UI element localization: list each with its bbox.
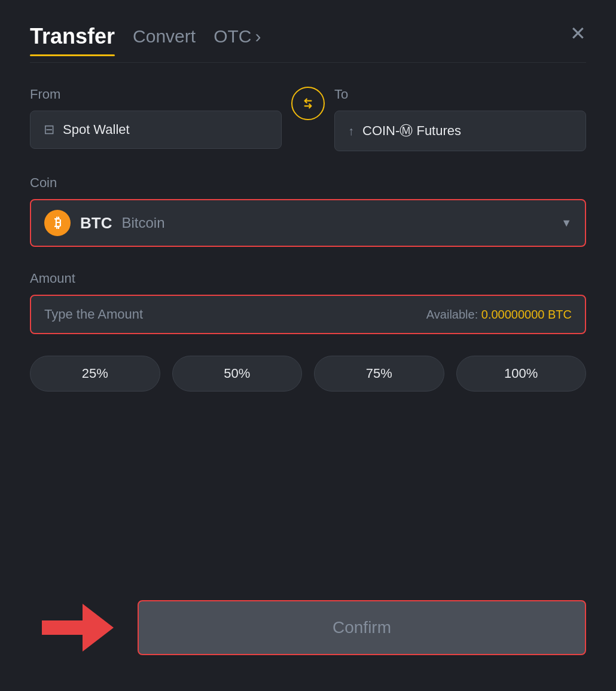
- amount-section: Amount Available: 0.00000000 BTC: [30, 271, 586, 334]
- btc-icon: ₿: [44, 210, 71, 236]
- svg-marker-1: [83, 604, 114, 652]
- arrow-right-icon: [42, 604, 114, 652]
- pct-75-button[interactable]: 75%: [314, 356, 444, 392]
- swap-container: [282, 87, 334, 123]
- from-label: From: [30, 87, 282, 102]
- svg-rect-0: [42, 620, 85, 635]
- to-wallet-name: COIN-Ⓜ Futures: [362, 122, 461, 140]
- transfer-modal: Transfer Convert OTC › ✕ From ⊟ Spot Wal…: [0, 0, 616, 691]
- coin-section: Coin ₿ BTC Bitcoin ▼: [30, 175, 586, 247]
- available-value: 0.00000000 BTC: [481, 308, 572, 321]
- coin-selector[interactable]: ₿ BTC Bitcoin ▼: [30, 199, 586, 247]
- from-wallet-name: Spot Wallet: [63, 122, 130, 137]
- to-wallet-selector[interactable]: ↑ COIN-Ⓜ Futures: [334, 111, 586, 151]
- futures-icon: ↑: [348, 124, 354, 138]
- modal-header: Transfer Convert OTC › ✕: [30, 24, 586, 56]
- bottom-section: Confirm: [30, 600, 586, 655]
- tab-transfer[interactable]: Transfer: [30, 24, 115, 56]
- tab-convert[interactable]: Convert: [133, 26, 196, 54]
- wallet-icon: ⊟: [44, 122, 54, 137]
- confirm-button[interactable]: Confirm: [138, 600, 586, 655]
- coin-label: Coin: [30, 175, 586, 191]
- swap-icon: [300, 96, 316, 111]
- available-text: Available: 0.00000000 BTC: [426, 308, 572, 322]
- to-label: To: [334, 87, 586, 102]
- from-to-section: From ⊟ Spot Wallet To ↑ COIN-Ⓜ Futures: [30, 87, 586, 151]
- chevron-down-icon: ▼: [561, 217, 572, 230]
- to-column: To ↑ COIN-Ⓜ Futures: [334, 87, 586, 151]
- tab-otc[interactable]: OTC ›: [214, 26, 261, 54]
- swap-button[interactable]: [291, 87, 325, 120]
- arrow-container: [30, 604, 114, 652]
- header-divider: [30, 62, 586, 63]
- coin-symbol: BTC: [80, 214, 112, 233]
- amount-box: Available: 0.00000000 BTC: [30, 295, 586, 334]
- amount-input[interactable]: [44, 307, 426, 322]
- close-button[interactable]: ✕: [570, 24, 586, 43]
- from-wallet-selector[interactable]: ⊟ Spot Wallet: [30, 111, 282, 149]
- coin-full-name: Bitcoin: [121, 215, 164, 231]
- from-column: From ⊟ Spot Wallet: [30, 87, 282, 149]
- amount-label: Amount: [30, 271, 586, 286]
- percentage-buttons: 25% 50% 75% 100%: [30, 356, 586, 392]
- pct-100-button[interactable]: 100%: [456, 356, 587, 392]
- pct-50-button[interactable]: 50%: [172, 356, 303, 392]
- pct-25-button[interactable]: 25%: [30, 356, 160, 392]
